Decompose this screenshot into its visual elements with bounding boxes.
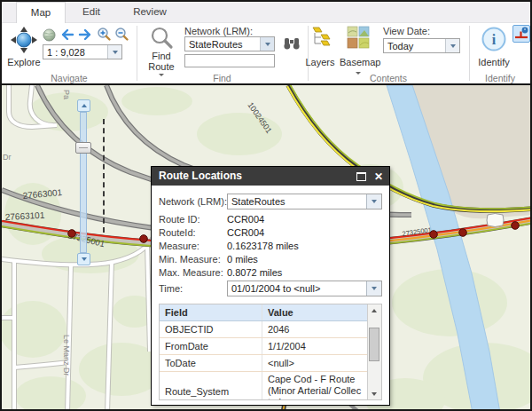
table-header-row: Field Value [160,304,367,321]
zoom-slider-up-button[interactable] [77,99,90,112]
find-route-button[interactable]: Find Route [144,51,179,72]
zoom-in-icon[interactable] [97,27,112,42]
street-label: Dr [3,153,12,162]
close-button[interactable]: ✕ [372,170,386,184]
zoom-slider-ticks [103,119,105,233]
table-row[interactable]: Route_System Cape Cod - F Route (Minor A… [160,372,367,400]
route-value-input[interactable] [184,54,275,67]
tab-map[interactable]: Map [16,2,66,23]
route-marker[interactable] [512,222,520,230]
full-extent-globe-icon[interactable] [43,28,56,42]
min-measure-value: 0 miles [227,254,258,265]
measure-value: 0.1623178 miles [227,241,299,251]
find-route-label-1: Find [144,51,179,61]
field-cell: OBJECTID [160,321,262,337]
zoom-slider-track[interactable] [80,112,87,253]
routeid-value: CCR004 [227,227,264,238]
zoom-slider-down-button[interactable] [77,253,90,265]
view-date-combobox[interactable]: Today [383,38,460,53]
layers-icon[interactable] [309,27,331,48]
route-marker[interactable] [68,230,76,238]
maximize-button[interactable] [354,170,368,184]
time-value: 01/01/2004 to <null> [228,283,366,294]
find-route-label-2: Route [144,61,179,72]
view-date-dropdown-arrow[interactable] [445,39,459,52]
identify-icon[interactable]: i [481,26,507,52]
explore-compass-icon[interactable] [9,27,39,55]
network-lrm-value: StateRoutes [185,39,260,50]
field-cell: ToDate [160,355,262,371]
dialog-title-bar[interactable]: Route Locations ✕ [152,167,389,186]
basemap-icon[interactable] [347,26,370,49]
route-marker[interactable] [430,231,438,239]
dialog-body: Network (LRM): StateRoutes Route ID:CCR0… [152,186,389,400]
group-label-identify: Identify [469,73,531,83]
scrollbar-thumb[interactable] [369,328,379,361]
table-row[interactable]: OBJECTID 2046 [160,321,367,338]
application-window: Map Edit Review Explore [0,0,532,411]
dialog-network-combobox[interactable]: StateRoutes [227,194,382,209]
attributes-table: Field Value OBJECTID 2046 FromDate 1/1/2… [159,304,382,400]
value-cell: Cape Cod - F Route (Minor Arterial/ Coll… [262,372,367,400]
group-label-contents: Contents [308,73,469,83]
ribbon-tab-bar: Map Edit Review [2,2,530,23]
network-lrm-dropdown-arrow[interactable] [260,37,274,51]
dialog-network-dropdown-arrow[interactable] [366,194,381,209]
min-measure-label: Min. Measure: [159,254,227,265]
field-cell: FromDate [160,338,262,354]
route-marker[interactable] [140,235,148,243]
map-scale-dropdown-arrow[interactable] [107,45,121,59]
max-measure-label: Max. Measure: [159,267,227,278]
find-route-magnifier-icon[interactable] [149,26,174,51]
value-cell: <null> [262,355,367,371]
tab-edit[interactable]: Edit [66,2,117,21]
group-label-navigate: Navigate [2,73,137,83]
route-locations-dialog: Route Locations ✕ Network (LRM): StateRo… [151,166,390,406]
view-date-label: View Date: [383,26,430,36]
view-date-value: Today [384,41,445,51]
dialog-title: Route Locations [159,167,242,186]
value-cell: 1/1/2004 [262,338,367,354]
ribbon-body: Explore [2,23,530,83]
field-column-header[interactable]: Field [160,304,262,320]
time-label: Time: [159,283,227,294]
time-combobox[interactable]: 01/01/2004 to <null> [227,281,382,296]
street-label: Pa [62,90,71,99]
scrollbar-down-button[interactable] [368,388,380,399]
time-dropdown-arrow[interactable] [366,281,381,296]
identify-button[interactable]: Identify [473,57,514,67]
map-scale-combobox[interactable]: 1 : 9,028 [43,44,122,59]
street-label: Le Manz Dr [62,335,71,376]
value-cell: 2046 [262,321,367,337]
route-id-label: Route ID: [159,214,227,225]
explore-button[interactable]: Explore [4,57,44,67]
previous-extent-arrow-icon[interactable] [59,28,74,41]
table-row[interactable]: ToDate <null> [160,355,367,372]
tab-review[interactable]: Review [119,2,181,21]
dialog-network-label: Network (LRM): [159,196,227,207]
table-row[interactable]: FromDate 1/1/2004 [160,338,367,355]
identify-route-locations-icon [513,26,529,42]
map-view[interactable]: 27663001 27663101 27325001 10024501 2732… [2,85,530,409]
scrollbar-up-button[interactable] [368,304,380,316]
identify-route-locations-toggle[interactable] [512,25,530,43]
next-extent-arrow-icon[interactable] [78,28,93,41]
measure-label: Measure: [159,241,227,251]
group-label-find: Find [137,73,308,83]
zoom-slider-handle[interactable] [75,142,91,154]
map-scale-value: 1 : 9,028 [43,47,107,58]
zoom-out-icon[interactable] [114,27,129,42]
maximize-icon [356,172,366,181]
layers-button[interactable]: Layers [300,57,340,67]
table-scrollbar[interactable] [367,304,381,399]
max-measure-value: 0.8072 miles [227,267,282,278]
value-column-header[interactable]: Value [262,304,367,320]
routeid-label: RouteId: [159,227,227,238]
binoculars-search-icon[interactable] [283,36,301,51]
route-shield [487,214,504,227]
basemap-button[interactable]: Basemap [340,57,377,67]
map-zoom-slider[interactable] [77,99,114,268]
route-marker[interactable] [459,229,467,237]
network-lrm-combobox[interactable]: StateRoutes [184,36,275,51]
network-lrm-label: Network (LRM): [184,26,253,36]
